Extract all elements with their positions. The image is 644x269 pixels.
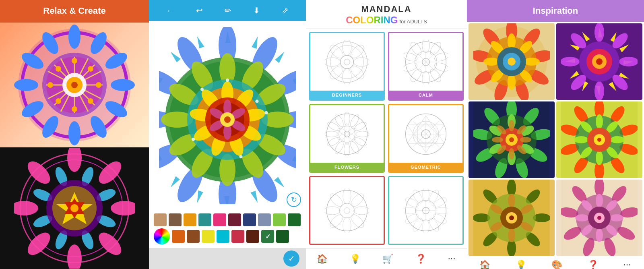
svg-point-180 [337,127,347,135]
inspiration-item-5[interactable] [469,180,555,256]
editor-bottom-bar: ✓ [149,248,306,269]
svg-point-27 [88,98,93,104]
color-swatch[interactable] [202,230,215,243]
flowers-label: FLOWERS [310,163,384,172]
help-icon: ❓ [415,254,426,264]
confirm-button[interactable]: ✓ [283,250,299,267]
inspiration-item-4[interactable] [556,101,642,178]
nav-home[interactable]: 🏠 [312,252,332,266]
svg-point-11 [14,79,38,91]
svg-point-216 [411,188,425,205]
svg-point-258 [619,57,638,66]
color-swatch-selected[interactable] [261,230,274,243]
color-swatch[interactable] [213,213,226,226]
download-icon[interactable]: ⬇ [250,4,263,17]
svg-point-314 [574,136,588,143]
svg-point-332 [508,228,515,242]
svg-point-213 [404,212,420,225]
svg-point-30 [47,82,53,88]
share-icon[interactable]: ⇗ [279,4,292,17]
nav-more[interactable]: ··· [443,254,460,264]
inspiration-item-1[interactable] [469,23,555,100]
svg-point-206 [427,188,441,205]
category-grid: BEGINNERS [306,29,467,248]
category-beginners[interactable]: BEGINNERS [309,32,385,101]
insp-nav-home[interactable]: 🏠 [475,258,495,269]
svg-point-318 [597,138,601,142]
color-swatch[interactable] [172,230,185,243]
color-swatch[interactable] [243,213,256,226]
editor-toolbar: ← ↩ ✏ ⬇ ⇗ [149,0,306,21]
mandala-image-2[interactable] [0,147,149,269]
category-6[interactable] [388,176,464,245]
insp-nav-help[interactable]: ❓ [583,258,603,269]
mandala-title: MANDALA [306,4,467,14]
svg-point-8 [68,121,80,145]
back-icon[interactable]: ← [163,4,178,17]
color-swatch[interactable] [184,213,196,226]
svg-point-353 [596,228,603,242]
insp-nav-more[interactable]: ··· [619,260,636,269]
color-swatch[interactable] [276,230,289,243]
panel-categories: MANDALA COLORING for ADULTS [306,0,467,269]
svg-point-242 [508,58,516,66]
category-calm[interactable]: CALM [388,32,464,101]
svg-point-209 [432,212,448,225]
color-swatch[interactable] [228,213,241,226]
more-icon: ··· [448,255,456,263]
refresh-button[interactable]: ↻ [287,192,301,207]
beginners-image [310,33,384,91]
svg-point-179 [337,133,347,141]
svg-point-355 [575,214,589,221]
brush-icon[interactable]: ✏ [221,4,235,17]
category-5[interactable] [309,176,385,245]
nav-ideas[interactable]: 💡 [345,252,365,266]
svg-point-287 [509,137,514,142]
svg-point-59 [70,204,78,212]
svg-point-26 [96,82,101,88]
category-geometric[interactable]: GEOMETRIC [388,104,464,173]
svg-point-329 [508,194,515,207]
color-swatch[interactable] [198,213,211,226]
color-swatch[interactable] [217,230,229,243]
color-wheel[interactable] [154,228,170,244]
coloring-canvas[interactable]: ↻ [149,21,306,210]
color-row-1 [154,213,301,226]
svg-point-194 [343,188,351,204]
color-swatch[interactable] [187,230,200,243]
color-swatch[interactable] [288,213,301,226]
undo-icon[interactable]: ↩ [193,4,206,17]
panel-relax-create: Relax & Create [0,0,149,269]
svg-point-294 [492,137,503,143]
inspiration-item-6[interactable] [556,180,642,256]
color-swatch[interactable] [154,213,167,226]
category-flowers[interactable]: FLOWERS [309,104,385,173]
relax-create-header: Relax & Create [0,0,149,23]
svg-point-193 [327,190,367,231]
svg-point-262 [561,57,580,66]
nav-shop[interactable]: 🛒 [378,252,398,266]
svg-point-207 [432,196,448,209]
inspiration-item-3[interactable] [469,101,555,178]
insp-nav-ideas[interactable]: 💡 [511,258,531,269]
color-swatch[interactable] [231,230,244,243]
svg-point-351 [610,214,623,221]
svg-point-349 [596,194,603,207]
panel3-navbar: 🏠 💡 🛒 ❓ ··· [306,248,467,269]
mandala-image-1[interactable] [0,23,149,147]
svg-point-267 [596,58,603,65]
color-swatch[interactable] [246,230,259,243]
geometric-image [389,105,462,163]
calm-label: CALM [389,91,462,99]
for-adults-text: for ADULTS [399,19,427,25]
color-swatch[interactable] [258,213,271,226]
color-swatch[interactable] [169,213,182,226]
panel-coloring-editor: ← ↩ ✏ ⬇ ⇗ [149,0,306,269]
nav-help[interactable]: ❓ [411,252,431,266]
home-icon: 🏠 [479,260,490,269]
insp-nav-palette[interactable]: 🎨 [547,258,567,269]
coloring-text: COLORING [346,14,398,26]
color-swatch[interactable] [273,213,286,226]
inspiration-item-2[interactable] [556,23,642,100]
color-row-2 [154,228,301,244]
